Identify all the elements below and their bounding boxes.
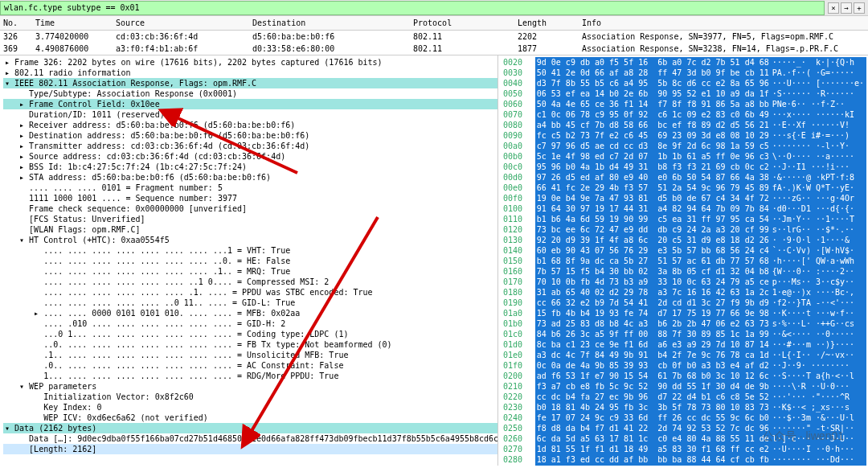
hex-ascii-row[interactable]: ··Jm·Y·· ··1····T [771, 214, 866, 224]
hex-ascii-row[interactable]: `··C·Vv) ·[W·hV$· [771, 245, 866, 256]
hex-bytes-row[interactable]: b1 b6 4a 6d 59 19 90 99 c5 ea 31 ff 97 9… [535, 214, 771, 224]
tree-node[interactable]: WEP ICV: 0xd6ec6a62 (not verified) [3, 413, 497, 423]
tree-node[interactable]: ▸ Frame Control Field: 0x10ee [3, 99, 497, 109]
hex-ascii-row[interactable]: ·f2··}TA -··<'··· [771, 298, 866, 308]
tree-node[interactable]: ▸ 802.11 radio information [3, 68, 497, 78]
tree-node[interactable]: .... .... .... .... .... .... .... ..0. … [3, 256, 497, 266]
hex-bytes-row[interactable]: 91 c5 e2 dc cf cc 50 54 a7 b5 e9 fc 02 0… [535, 465, 771, 466]
tree-node[interactable]: Duration/ID: 1011 (reserved) [3, 109, 497, 120]
tree-node[interactable]: ▸ Destination address: d5:60:ba:be:b0:f6… [3, 130, 497, 141]
hex-ascii-row[interactable]: ··S····T a{h·<··l [771, 371, 866, 381]
tree-node[interactable]: [FCS Status: Unverified] [3, 214, 497, 224]
col-len[interactable]: Length [514, 18, 579, 27]
hex-ascii-row[interactable]: PA.·f··( ·G=····· [771, 68, 866, 78]
col-proto[interactable]: Protocol [410, 18, 514, 27]
filter-apply-button[interactable]: → [841, 2, 852, 14]
display-filter-input[interactable] [0, 1, 825, 15]
hex-bytes-row[interactable]: 97 26 d5 ed af 80 e9 40 e0 6b 50 54 87 6… [535, 172, 771, 183]
tree-node[interactable]: .... .... .... .... .... .... ..1 0.... … [3, 277, 497, 287]
hex-bytes-row[interactable]: 18 a1 f3 ed cc dd af bb bb ba 88 44 64 c… [535, 454, 771, 465]
hex-bytes-row[interactable]: cc dc b4 fa 27 ec 9b 96 d7 22 d4 b1 c6 c… [535, 392, 771, 402]
hex-ascii-row[interactable]: ··K$··< ;_xs···s [771, 402, 866, 413]
tree-node[interactable]: Type/Subtype: Association Response (0x00… [3, 88, 497, 99]
hex-ascii-row[interactable]: ···s{·E i#·=···) [771, 130, 866, 141]
hex-ascii-row[interactable]: ····\·R ··U·0··· [771, 381, 866, 392]
hex-ascii-row[interactable]: l·]·c··· ···J·U·· [771, 433, 866, 444]
hex-bytes-row[interactable]: 15 fb 4b b4 19 93 fe 74 d7 17 75 19 77 6… [535, 308, 771, 318]
tree-node[interactable]: .1.. .... .... .... .... .... .... .... … [3, 350, 497, 360]
tree-node[interactable]: ▾ Data (2162 bytes) [3, 423, 497, 433]
tree-node[interactable]: ...0 1... .... .... .... .... .... .... … [3, 329, 497, 339]
hex-bytes-row[interactable]: 5c 1e 4f 98 ed c7 2d 07 1b 1b 61 a5 ff 0… [535, 151, 771, 162]
hex-bytes-row[interactable]: 0c 0a de 4a 9b 85 39 93 cb 0f b0 a3 b3 e… [535, 360, 771, 371]
hex-bytes-row[interactable]: 9d 0e c9 db a0 f5 5f 16 6b a0 7c d2 7b 5… [535, 57, 771, 68]
hex-ascii-row[interactable]: {W···0·· :····2·· [771, 266, 866, 277]
packet-row[interactable]: 3694.490876000a3:f0:f4:b1:ab:6fd0:33:58:… [0, 43, 868, 55]
hex-ascii-row[interactable]: \··O···· ··a····· [771, 151, 866, 162]
hex-bytes-row[interactable]: 1d 81 55 1f f1 d1 18 49 a5 83 30 f1 68 f… [535, 444, 771, 454]
hex-bytes-row[interactable]: f3 a7 cb e8 fb 5c 9c 52 90 dd 55 1f 30 d… [535, 381, 771, 392]
hex-ascii-row[interactable]: p···Ms·· 3··c$y·· [771, 277, 866, 287]
col-info[interactable]: Info [579, 18, 868, 27]
hex-bytes-row[interactable]: 19 0e b4 9e 7a 47 93 81 d5 b0 de 67 c4 3… [535, 193, 771, 203]
hex-bytes-row[interactable]: 50 4a 4e 65 ce 36 f1 14 f7 8f f8 91 86 5… [535, 99, 771, 109]
hex-bytes-row[interactable]: a3 dc 4c 7f 84 49 9b 91 b4 2f 7e 9c 76 7… [535, 350, 771, 360]
hex-ascii-row[interactable]: ······PT ········ [771, 465, 866, 466]
hex-ascii-row[interactable]: s·%···L· ·++G··cs [771, 318, 866, 329]
hex-ascii-row[interactable]: ········ ···Dd··· [771, 454, 866, 465]
tree-node[interactable]: Data […]: 9d0ec9dba0f55f166ba07cd27b51d4… [3, 433, 497, 444]
hex-bytes-row[interactable]: b0 18 81 4b 24 95 fb 3c 3b 5f 78 73 80 1… [535, 402, 771, 413]
hex-ascii-row[interactable]: ·······" -t·SR|·· [771, 423, 866, 433]
hex-bytes-row[interactable]: ad f6 53 1f e7 90 15 54 61 7b 68 b0 3c 1… [535, 371, 771, 381]
hex-bytes-row[interactable]: 66 41 fc 2e 29 4b f3 57 51 2a 54 9c 96 7… [535, 183, 771, 193]
tree-node[interactable]: ▸ Source address: cd:03:cb:36:6f:4d (cd:… [3, 151, 497, 162]
tree-node[interactable]: .... .... .... .... .... .... .... .1.. … [3, 266, 497, 277]
hex-ascii-row[interactable]: ·&·····@ ·kPT·f:8 [771, 172, 866, 183]
tree-node[interactable]: .... .... .... .... .... ..0 11.. .... =… [3, 298, 497, 308]
packet-details-tree[interactable]: ▸ Frame 326: 2202 bytes on wire (17616 b… [0, 55, 498, 466]
filter-add-button[interactable]: + [854, 2, 865, 14]
hex-ascii-row[interactable]: ····zG·· ···g·4Or [771, 193, 866, 203]
tree-node[interactable]: ▸ Transmitter address: cd:03:cb:36:6f:4d… [3, 141, 497, 151]
hex-ascii-row[interactable]: ··J··I1 ···!i··· [771, 162, 866, 172]
tree-node[interactable]: ▸ BSS Id: 1b:c4:27:5c:7f:24 (1b:c4:27:5c… [3, 162, 497, 172]
tree-node[interactable]: ▾ IEEE 802.11 Association Response, Flag… [3, 78, 497, 88]
hex-bytes-row[interactable]: b1 68 8f 9a dc ca 5b 27 51 57 ac 61 db 7… [535, 256, 771, 266]
tree-node[interactable]: Initialization Vector: 0x8f2c60 [3, 392, 497, 402]
hex-ascii-row[interactable]: ··J··9· ········ [771, 360, 866, 371]
hex-ascii-row[interactable]: ···x···· ······kI [771, 109, 866, 120]
hex-bytes-row[interactable]: 6c da 5d a5 63 17 81 1c c0 e4 80 4a 88 5… [535, 433, 771, 444]
hex-ascii-row[interactable]: fA·.)K·W Q*T··yE· [771, 183, 866, 193]
hex-ascii-row[interactable]: ···$··3m ·&···U·l [771, 413, 866, 423]
hex-ascii-row[interactable]: ·h····[' QW·a·wWh [771, 256, 866, 266]
hex-bytes-row[interactable]: cc 66 32 e2 b9 7d 54 41 2d cd d1 3c 27 f… [535, 298, 771, 308]
hex-ascii-row[interactable]: ··L{·I·· ·/~·vx·· [771, 350, 866, 360]
hex-bytes-row[interactable]: 31 ab 65 40 02 d2 29 78 a3 7c 16 16 42 6… [535, 287, 771, 298]
tree-node[interactable]: .... .010 .... .... .... .... .... .... … [3, 318, 497, 329]
hex-ascii-row[interactable]: · ·9·O·l ·1····& [771, 235, 866, 245]
tree-node[interactable]: ▾ WEP parameters [3, 381, 497, 392]
hex-bytes-row[interactable]: 73 ad 25 83 d8 b8 4c a3 b6 2b 2b 47 06 e… [535, 318, 771, 329]
hex-ascii-row[interactable]: ··E··Xf ······V! [771, 120, 866, 130]
hex-bytes-row[interactable]: 50 41 2e 0d 66 af a8 28 ff 47 3d b0 9f b… [535, 68, 771, 78]
hex-bytes-row[interactable]: f8 d8 da b4 f7 d1 41 22 2d 74 92 53 52 7… [535, 423, 771, 433]
hex-ascii-row[interactable]: ········ ·-l··Y· [771, 141, 866, 151]
hex-ascii-row[interactable]: ··U····I ··0·h··· [771, 444, 866, 454]
hex-bytes-row[interactable]: a4 bb 45 cf 7b d8 58 66 bc ef f8 89 d2 d… [535, 120, 771, 130]
tree-node[interactable]: Frame check sequence: 0x00000000 [unveri… [3, 203, 497, 214]
hex-bytes-row[interactable]: 06 53 ef ea 14 b0 2e 6b 90 95 52 e1 10 a… [535, 88, 771, 99]
hex-bytes-row[interactable]: 91 64 30 97 19 17 44 31 a4 82 94 64 7b 0… [535, 203, 771, 214]
hex-bytes-row[interactable]: 95 96 b0 4a 1b d4 49 31 b8 f3 f3 21 69 c… [535, 162, 771, 172]
tree-node[interactable]: Key Index: 0 [3, 402, 497, 413]
tree-node[interactable]: .... .... .... .... .... .... .1. .... =… [3, 287, 497, 298]
hex-bytes-row[interactable]: 60 eb 90 43 07 56 76 29 e3 5b 57 bb 68 5… [535, 245, 771, 256]
hex-ascii-row[interactable]: ··K····t ···w·f·· [771, 308, 866, 318]
hex-ascii-row[interactable]: ·····_· k·|·{Q·h [771, 57, 866, 68]
hex-bytes-row[interactable]: 70 10 0b fb 4d 73 b3 a9 33 10 0c 63 24 7… [535, 277, 771, 287]
tree-node[interactable]: .... .... .... .... .... .... .... ...1 … [3, 245, 497, 256]
tree-node[interactable]: ▸ Frame 326: 2202 bytes on wire (17616 b… [3, 57, 497, 68]
filter-clear-button[interactable]: × [828, 2, 839, 14]
hex-ascii-row[interactable]: s··lrG·· ··$*·.·· [771, 224, 866, 235]
tree-node[interactable]: 1... .... .... .... .... .... .... .... … [3, 371, 497, 381]
col-src[interactable]: Source [113, 18, 249, 27]
